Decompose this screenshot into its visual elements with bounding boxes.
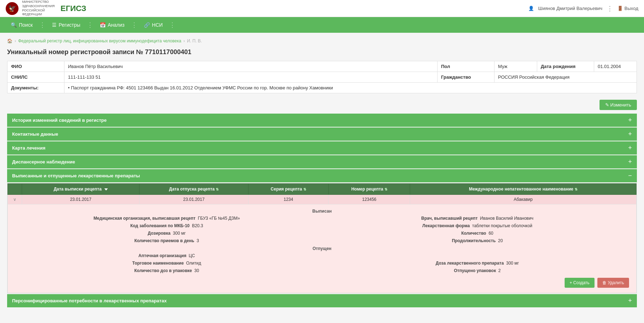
- pharmacy-label: Аптечная организация: [138, 253, 187, 258]
- docs-value: • Паспорт гражданина РФ: 4501 123466 Выд…: [64, 83, 637, 93]
- col-date-issue[interactable]: Дата выписки рецепта: [22, 184, 140, 195]
- section-personified[interactable]: Персонифицированные потребности в лекарс…: [7, 294, 637, 307]
- col-inn[interactable]: Международное непатентованное наименован…: [410, 184, 637, 195]
- col-series[interactable]: Серия рецепта ⇅: [248, 184, 329, 195]
- detail-doctor: Врач, выписавший рецепт Иванов Василий И…: [322, 215, 633, 222]
- logo-text: МИНИСТЕРСТВО ЗДРАВООХРАНЕНИЯ РОССИЙСКОЙ …: [22, 0, 54, 17]
- row-series: 1234: [248, 195, 329, 204]
- drug-form-label: Лекарственная форма: [422, 223, 470, 228]
- search-icon: 🔍: [11, 22, 17, 28]
- mkb-value: B20.3: [192, 223, 203, 228]
- section-drugs-label: Выписанные и отпущенные лекарственные пр…: [12, 173, 140, 178]
- breadcrumb-registry[interactable]: Федеральный регистр лиц, инфицированных …: [18, 38, 181, 43]
- col-date-release-label: Дата отпуска рецепта: [169, 187, 215, 192]
- issued-section-label: Выписан: [11, 209, 633, 214]
- qty-label: Количество: [461, 231, 486, 236]
- nav-analysis-label: Анализ: [108, 22, 125, 28]
- user-name: Шиянов Дмитрий Валерьевич: [538, 6, 602, 11]
- snils-value: 111-111-133 51: [64, 72, 438, 83]
- patient-info-table: ФИО Иванов Пётр Васильевич Пол Муж Дата …: [7, 61, 637, 93]
- drug-section: Дата выписки рецепта Дата отпуска рецепт…: [7, 183, 637, 293]
- col-series-label: Серия рецепта: [271, 187, 302, 192]
- released-section-label: Отпущен: [11, 246, 633, 251]
- delete-button[interactable]: 🗑 Удалить: [597, 278, 629, 288]
- detail-row-pharmacy: Аптечная организация ЦС: [11, 252, 633, 259]
- dob-label: Дата рождения: [537, 61, 594, 72]
- exit-icon: 🚪: [617, 6, 623, 11]
- header-menu-dots[interactable]: ⋮: [607, 5, 613, 12]
- duration-value: 20: [498, 238, 503, 243]
- detail-row-dosage: Дозировка 300 мг Количество 60: [11, 230, 633, 236]
- section-history[interactable]: История изменений сведений в регистре +: [7, 114, 637, 127]
- nav-registries[interactable]: ☰ Регистры: [47, 19, 85, 31]
- sort-date-release-icon: ⇅: [216, 187, 219, 191]
- packs-label: Количество доз в упаковке: [134, 268, 192, 273]
- times-day-label: Количество приемов в день: [135, 238, 194, 243]
- duration-label: Продолжительность: [452, 238, 496, 243]
- packs-released-value: 2: [498, 268, 501, 273]
- row-inn: Абакавир: [410, 195, 637, 204]
- trade-name-value: Олитид: [186, 261, 201, 266]
- create-button[interactable]: + Создать: [565, 278, 595, 288]
- col-expand: [8, 184, 22, 195]
- detail-row-mkb: Код заболевания по МКБ-10 B20.3 Лекарств…: [11, 223, 633, 229]
- pol-value: Муж: [494, 61, 537, 72]
- col-inn-label: Международное непатентованное наименован…: [469, 187, 573, 192]
- detail-drug-form: Лекарственная форма таблетки покрытые об…: [322, 223, 633, 229]
- docs-label: Документы:: [7, 83, 64, 93]
- detail-row-medorg: Медицинская организация, выписавшая реце…: [11, 215, 633, 222]
- detail-row-trade: Торговое наименование Олитид Доза лекарс…: [11, 260, 633, 266]
- exit-button[interactable]: 🚪 Выход: [617, 6, 638, 11]
- sort-date-issue-icon: [104, 188, 108, 191]
- detail-trade-name: Торговое наименование Олитид: [11, 260, 322, 266]
- detail-mkb: Код заболевания по МКБ-10 B20.3: [11, 223, 322, 229]
- section-dispensary-label: Диспансерное наблюдение: [12, 159, 75, 165]
- row-expand-toggle[interactable]: ∨: [8, 195, 22, 204]
- section-dispensary[interactable]: Диспансерное наблюдение +: [7, 155, 637, 168]
- breadcrumb-patient: И. П. В.: [187, 38, 202, 43]
- col-date-release[interactable]: Дата отпуска рецепта ⇅: [140, 184, 248, 195]
- section-drugs[interactable]: Выписанные и отпущенные лекарственные пр…: [7, 169, 637, 182]
- section-contacts-label: Контактные данные: [12, 131, 58, 137]
- doctor-value: Иванов Василий Иванович: [480, 216, 533, 221]
- detail-row-packs: Количество доз в упаковке 30 Отпущено уп…: [11, 267, 633, 274]
- table-row[interactable]: ∨ 23.01.2017 23.01.2017 1234 123456 Абак…: [8, 195, 637, 204]
- section-treatment[interactable]: Карта лечения +: [7, 141, 637, 155]
- exit-label: Выход: [624, 6, 638, 11]
- section-history-label: История изменений сведений в регистре: [12, 118, 107, 123]
- user-icon: 👤: [528, 6, 534, 11]
- detail-qty: Количество 60: [322, 230, 633, 236]
- detail-pharmacy: Аптечная организация ЦС: [11, 252, 322, 259]
- detail-row-times: Количество приемов в день 3 Продолжитель…: [11, 238, 633, 244]
- nav-analysis[interactable]: 📅 Анализ: [95, 19, 130, 31]
- table-row-expanded: Выписан Медицинская организация, выписав…: [8, 204, 637, 293]
- section-personified-label: Персонифицированные потребности в лекарс…: [12, 298, 167, 303]
- detail-drug-dose: Доза лекарственного препарата 300 мг: [322, 260, 633, 266]
- col-number[interactable]: Номер рецепта ⇅: [329, 184, 410, 195]
- analysis-icon: 📅: [100, 22, 106, 28]
- nav-sep-1: ⋮: [39, 21, 46, 29]
- drug-table: Дата выписки рецепта Дата отпуска рецепт…: [7, 183, 637, 293]
- breadcrumb-home[interactable]: 🏠: [7, 38, 12, 43]
- nav-search[interactable]: 🔍 Поиск: [6, 19, 38, 31]
- trade-name-label: Торговое наименование: [132, 261, 184, 266]
- fio-label: ФИО: [7, 61, 64, 72]
- nav-sep-3: ⋮: [131, 21, 137, 29]
- detail-times-day: Количество приемов в день 3: [11, 238, 322, 244]
- row-date-release: 23.01.2017: [140, 195, 248, 204]
- section-contacts[interactable]: Контактные данные +: [7, 127, 637, 141]
- times-day-value: 3: [197, 238, 199, 243]
- section-treatment-label: Карта лечения: [12, 145, 46, 151]
- section-drugs-toggle: −: [628, 172, 632, 179]
- detail-dosage: Дозировка 300 мг: [11, 230, 322, 236]
- snils-label: СНИЛС: [7, 72, 64, 83]
- grazhdanstvo-value: РОССИЯ Российская Федерация: [494, 72, 637, 83]
- drug-form-value: таблетки покрытые оболочкой: [472, 223, 532, 228]
- nav-nsi[interactable]: 🔗 НСИ: [139, 19, 168, 31]
- edit-button[interactable]: ✎ Изменить: [600, 100, 637, 110]
- detail-packs: Количество доз в упаковке 30: [11, 267, 322, 274]
- pol-label: Пол: [438, 61, 494, 72]
- sort-inn-icon: ⇅: [575, 187, 577, 191]
- app-name: ЕГИСЗ: [61, 4, 86, 13]
- medorg-value: ГБУЗ «ГБ №45 ДЗМ»: [198, 216, 240, 221]
